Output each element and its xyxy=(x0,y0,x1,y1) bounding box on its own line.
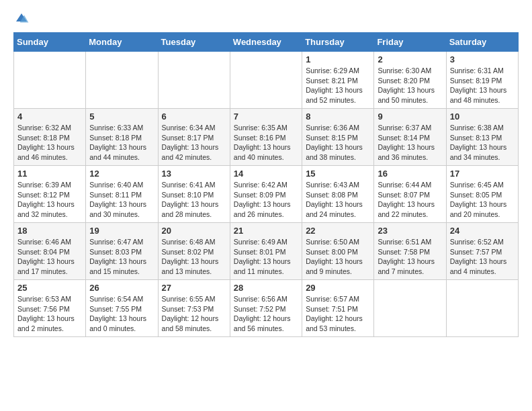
day-of-week-header: Friday xyxy=(374,33,446,52)
day-of-week-header: Wednesday xyxy=(230,33,302,52)
calendar-cell: 22Sunrise: 6:50 AM Sunset: 8:00 PM Dayli… xyxy=(302,223,374,280)
day-of-week-header: Saturday xyxy=(446,33,518,52)
calendar-cell: 29Sunrise: 6:57 AM Sunset: 7:51 PM Dayli… xyxy=(302,280,374,337)
day-number: 2 xyxy=(378,54,442,64)
day-number: 12 xyxy=(89,169,154,179)
day-info: Sunrise: 6:34 AM Sunset: 8:17 PM Dayligh… xyxy=(162,123,226,163)
day-info: Sunrise: 6:44 AM Sunset: 8:07 PM Dayligh… xyxy=(378,180,442,220)
calendar-week-row: 1Sunrise: 6:29 AM Sunset: 8:21 PM Daylig… xyxy=(14,52,519,109)
calendar-cell: 25Sunrise: 6:53 AM Sunset: 7:56 PM Dayli… xyxy=(14,280,86,337)
calendar-cell xyxy=(374,280,446,337)
calendar-cell: 21Sunrise: 6:49 AM Sunset: 8:01 PM Dayli… xyxy=(230,223,302,280)
day-info: Sunrise: 6:41 AM Sunset: 8:10 PM Dayligh… xyxy=(162,180,226,220)
day-number: 19 xyxy=(89,226,154,236)
day-number: 11 xyxy=(17,169,82,179)
calendar-cell: 14Sunrise: 6:42 AM Sunset: 8:09 PM Dayli… xyxy=(230,166,302,223)
day-info: Sunrise: 6:48 AM Sunset: 8:02 PM Dayligh… xyxy=(162,237,226,277)
day-number: 26 xyxy=(89,283,154,293)
day-number: 5 xyxy=(89,111,154,122)
calendar-cell xyxy=(446,280,518,337)
day-of-week-header: Monday xyxy=(86,33,158,52)
day-info: Sunrise: 6:54 AM Sunset: 7:55 PM Dayligh… xyxy=(89,294,154,334)
calendar-cell: 26Sunrise: 6:54 AM Sunset: 7:55 PM Dayli… xyxy=(86,280,158,337)
day-info: Sunrise: 6:31 AM Sunset: 8:19 PM Dayligh… xyxy=(450,66,515,105)
day-info: Sunrise: 6:37 AM Sunset: 8:14 PM Dayligh… xyxy=(378,123,442,163)
day-info: Sunrise: 6:55 AM Sunset: 7:53 PM Dayligh… xyxy=(162,294,226,334)
day-number: 22 xyxy=(306,226,370,236)
day-number: 1 xyxy=(306,54,370,64)
calendar-cell: 11Sunrise: 6:39 AM Sunset: 8:12 PM Dayli… xyxy=(14,166,86,223)
day-number: 29 xyxy=(306,283,370,293)
day-info: Sunrise: 6:57 AM Sunset: 7:51 PM Dayligh… xyxy=(306,294,370,334)
logo xyxy=(13,11,32,27)
calendar-header-row: SundayMondayTuesdayWednesdayThursdayFrid… xyxy=(14,33,519,52)
day-info: Sunrise: 6:35 AM Sunset: 8:16 PM Dayligh… xyxy=(234,123,298,163)
calendar-cell: 10Sunrise: 6:38 AM Sunset: 8:13 PM Dayli… xyxy=(446,109,518,166)
day-info: Sunrise: 6:56 AM Sunset: 7:52 PM Dayligh… xyxy=(234,294,298,334)
day-number: 16 xyxy=(378,169,442,179)
day-info: Sunrise: 6:50 AM Sunset: 8:00 PM Dayligh… xyxy=(306,237,370,277)
calendar-cell xyxy=(14,52,86,109)
calendar-cell xyxy=(158,52,230,109)
day-number: 13 xyxy=(162,169,226,179)
logo-icon xyxy=(13,11,30,27)
day-of-week-header: Tuesday xyxy=(158,33,230,52)
calendar-cell: 8Sunrise: 6:36 AM Sunset: 8:15 PM Daylig… xyxy=(302,109,374,166)
calendar-week-row: 11Sunrise: 6:39 AM Sunset: 8:12 PM Dayli… xyxy=(14,166,519,223)
day-info: Sunrise: 6:36 AM Sunset: 8:15 PM Dayligh… xyxy=(306,123,370,163)
calendar-week-row: 4Sunrise: 6:32 AM Sunset: 8:18 PM Daylig… xyxy=(14,109,519,166)
day-info: Sunrise: 6:42 AM Sunset: 8:09 PM Dayligh… xyxy=(234,180,298,220)
calendar-cell: 15Sunrise: 6:43 AM Sunset: 8:08 PM Dayli… xyxy=(302,166,374,223)
day-info: Sunrise: 6:30 AM Sunset: 8:20 PM Dayligh… xyxy=(378,66,442,105)
day-number: 6 xyxy=(162,111,226,122)
day-number: 10 xyxy=(450,111,515,122)
calendar-cell xyxy=(86,52,158,109)
calendar-cell: 16Sunrise: 6:44 AM Sunset: 8:07 PM Dayli… xyxy=(374,166,446,223)
day-info: Sunrise: 6:43 AM Sunset: 8:08 PM Dayligh… xyxy=(306,180,370,220)
calendar-cell: 20Sunrise: 6:48 AM Sunset: 8:02 PM Dayli… xyxy=(158,223,230,280)
calendar-cell: 24Sunrise: 6:52 AM Sunset: 7:57 PM Dayli… xyxy=(446,223,518,280)
calendar-cell: 2Sunrise: 6:30 AM Sunset: 8:20 PM Daylig… xyxy=(374,52,446,109)
day-number: 9 xyxy=(378,111,442,122)
day-info: Sunrise: 6:33 AM Sunset: 8:18 PM Dayligh… xyxy=(89,123,154,163)
day-info: Sunrise: 6:52 AM Sunset: 7:57 PM Dayligh… xyxy=(450,237,515,277)
calendar-cell: 4Sunrise: 6:32 AM Sunset: 8:18 PM Daylig… xyxy=(14,109,86,166)
calendar-cell: 13Sunrise: 6:41 AM Sunset: 8:10 PM Dayli… xyxy=(158,166,230,223)
day-number: 4 xyxy=(17,111,82,122)
day-number: 17 xyxy=(450,169,515,179)
day-info: Sunrise: 6:39 AM Sunset: 8:12 PM Dayligh… xyxy=(17,180,82,220)
header xyxy=(13,11,519,27)
day-number: 23 xyxy=(378,226,442,236)
day-of-week-header: Sunday xyxy=(14,33,86,52)
calendar-cell: 5Sunrise: 6:33 AM Sunset: 8:18 PM Daylig… xyxy=(86,109,158,166)
calendar-cell: 27Sunrise: 6:55 AM Sunset: 7:53 PM Dayli… xyxy=(158,280,230,337)
calendar-cell xyxy=(230,52,302,109)
calendar-cell: 18Sunrise: 6:46 AM Sunset: 8:04 PM Dayli… xyxy=(14,223,86,280)
calendar-cell: 7Sunrise: 6:35 AM Sunset: 8:16 PM Daylig… xyxy=(230,109,302,166)
day-number: 8 xyxy=(306,111,370,122)
day-number: 28 xyxy=(234,283,298,293)
calendar-cell: 19Sunrise: 6:47 AM Sunset: 8:03 PM Dayli… xyxy=(86,223,158,280)
calendar-cell: 6Sunrise: 6:34 AM Sunset: 8:17 PM Daylig… xyxy=(158,109,230,166)
calendar-cell: 23Sunrise: 6:51 AM Sunset: 7:58 PM Dayli… xyxy=(374,223,446,280)
calendar-cell: 1Sunrise: 6:29 AM Sunset: 8:21 PM Daylig… xyxy=(302,52,374,109)
day-number: 14 xyxy=(234,169,298,179)
calendar-cell: 28Sunrise: 6:56 AM Sunset: 7:52 PM Dayli… xyxy=(230,280,302,337)
day-info: Sunrise: 6:29 AM Sunset: 8:21 PM Dayligh… xyxy=(306,66,370,105)
day-number: 20 xyxy=(162,226,226,236)
day-info: Sunrise: 6:53 AM Sunset: 7:56 PM Dayligh… xyxy=(17,294,82,334)
day-info: Sunrise: 6:51 AM Sunset: 7:58 PM Dayligh… xyxy=(378,237,442,277)
day-number: 15 xyxy=(306,169,370,179)
day-number: 18 xyxy=(17,226,82,236)
day-number: 3 xyxy=(450,54,515,64)
calendar-cell: 9Sunrise: 6:37 AM Sunset: 8:14 PM Daylig… xyxy=(374,109,446,166)
calendar-cell: 3Sunrise: 6:31 AM Sunset: 8:19 PM Daylig… xyxy=(446,52,518,109)
calendar-table: SundayMondayTuesdayWednesdayThursdayFrid… xyxy=(13,32,519,337)
day-info: Sunrise: 6:45 AM Sunset: 8:05 PM Dayligh… xyxy=(450,180,515,220)
day-info: Sunrise: 6:32 AM Sunset: 8:18 PM Dayligh… xyxy=(17,123,82,163)
day-info: Sunrise: 6:46 AM Sunset: 8:04 PM Dayligh… xyxy=(17,237,82,277)
day-info: Sunrise: 6:38 AM Sunset: 8:13 PM Dayligh… xyxy=(450,123,515,163)
day-number: 7 xyxy=(234,111,298,122)
day-info: Sunrise: 6:40 AM Sunset: 8:11 PM Dayligh… xyxy=(89,180,154,220)
day-number: 21 xyxy=(234,226,298,236)
